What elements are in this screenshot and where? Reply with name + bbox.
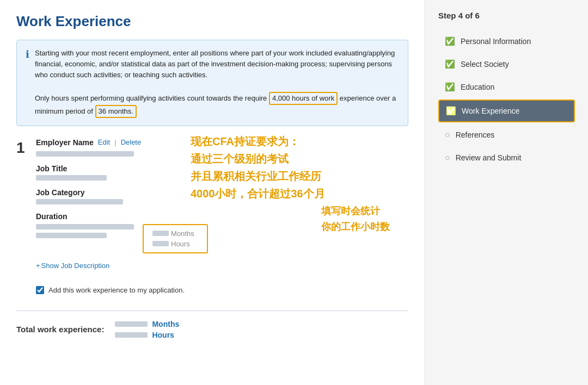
total-hours-bar [115, 332, 148, 338]
sidebar-label-references: References [456, 131, 495, 139]
entry-number: 1 [16, 138, 36, 305]
sidebar-item-personal[interactable]: ✅Personal Information [438, 31, 575, 52]
employer-value-bar [36, 151, 134, 157]
total-months-unit: Months [152, 320, 179, 328]
check-icon-education: ✅ [445, 82, 455, 92]
sidebar: Step 4 of 6 ✅Personal Information✅Select… [425, 0, 588, 385]
duration-input-box[interactable]: Months Hours [143, 224, 208, 253]
hours-highlight: 4,000 hours of work [269, 92, 338, 105]
page-title: Work Experience [16, 13, 408, 30]
employer-row: Employer Name Edit | Delete [36, 138, 408, 147]
check-icon-work: ✅ [446, 106, 456, 116]
edit-link[interactable]: Edit [98, 138, 110, 146]
add-experience-checkbox[interactable] [36, 286, 44, 294]
check-icon-personal: ✅ [445, 36, 455, 46]
info-icon: ℹ [26, 48, 29, 60]
work-entry: 1 Employer Name Edit | Delete Job Title [16, 138, 408, 305]
sidebar-label-review: Review and Submit [456, 153, 522, 162]
sidebar-item-society[interactable]: ✅Select Society [438, 54, 575, 74]
duration-label: Duration [36, 212, 408, 221]
employer-label: Employer Name [36, 138, 94, 147]
months-placeholder: Months [171, 229, 194, 238]
info-box: ℹ Starting with your most recent employm… [16, 40, 408, 126]
sidebar-label-work: Work Experience [462, 107, 519, 115]
check-icon-references: ○ [445, 130, 450, 140]
sidebar-item-work: ✅Work Experience [438, 100, 575, 122]
info-text: Starting with your most recent employmen… [35, 48, 399, 118]
sidebar-label-society: Select Society [461, 60, 509, 69]
employer-field [36, 151, 408, 157]
show-job-description-link[interactable]: +Show Job Description [36, 262, 109, 270]
job-title-field: Job Title [36, 164, 408, 181]
section-divider [16, 311, 408, 311]
job-title-label: Job Title [36, 164, 408, 173]
job-category-field: Job Category [36, 188, 408, 204]
add-experience-label: Add this work experience to my applicati… [48, 286, 185, 294]
months-highlight: 36 months. [95, 105, 137, 118]
duration-field: Duration Months [36, 212, 408, 253]
hours-placeholder: Hours [171, 240, 190, 248]
sidebar-label-education: Education [461, 83, 494, 91]
job-category-value-bar [36, 199, 123, 204]
plus-icon: + [36, 262, 40, 270]
step-header: Step 4 of 6 [438, 11, 575, 20]
total-months-bar [115, 321, 148, 327]
sidebar-item-education[interactable]: ✅Education [438, 77, 575, 97]
total-section: Total work experience: Months Hours [16, 320, 408, 339]
sidebar-item-review[interactable]: ○Review and Submit [438, 147, 575, 168]
job-category-label: Job Category [36, 188, 408, 197]
check-icon-society: ✅ [445, 59, 455, 69]
delete-link[interactable]: Delete [121, 138, 142, 146]
add-experience-row: Add this work experience to my applicati… [36, 286, 408, 294]
total-hours-unit: Hours [152, 331, 174, 339]
sidebar-label-personal: Personal Information [461, 37, 531, 46]
sidebar-item-references[interactable]: ○References [438, 125, 575, 145]
total-label: Total work experience: [16, 325, 104, 334]
total-values: Months Hours [115, 320, 179, 339]
job-title-value-bar [36, 175, 107, 181]
duration-bars [36, 224, 134, 238]
check-icon-review: ○ [445, 153, 450, 163]
